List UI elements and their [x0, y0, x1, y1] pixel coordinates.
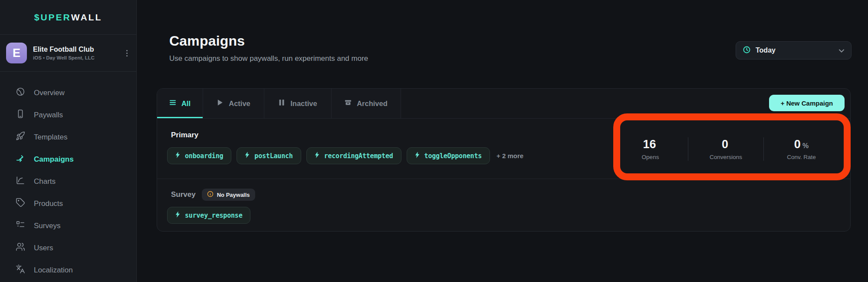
sidebar-item-label: Templates: [34, 133, 67, 142]
page-subtitle: Use campaigns to show paywalls, run expe…: [169, 54, 368, 63]
sidebar-item-users[interactable]: Users: [0, 237, 136, 259]
campaign-tabs: All Active Inactive Archived + New Campa…: [157, 89, 850, 119]
users-icon: [16, 242, 25, 254]
campaign-header: Survey No Paywalls: [171, 189, 255, 201]
stat-label: Opens: [613, 154, 688, 160]
event-tag[interactable]: recordingAttempted: [306, 147, 401, 164]
workspace-avatar: E: [6, 43, 27, 63]
sidebar-nav: Overview Paywalls Templates Campaigns Ch…: [0, 82, 136, 281]
campaign-row-survey[interactable]: Survey No Paywalls survey_response: [157, 179, 850, 231]
translate-icon: [16, 264, 25, 276]
stat-opens: 16 Opens: [613, 138, 688, 160]
lightning-icon: [245, 152, 250, 160]
list-icon: [169, 99, 176, 108]
play-icon: [217, 99, 224, 108]
line-chart-icon: [16, 176, 25, 187]
stat-conv-rate: 0% Conv. Rate: [764, 138, 839, 160]
tab-all[interactable]: All: [157, 89, 203, 118]
stat-value: 16: [643, 138, 656, 151]
sidebar-item-overview[interactable]: Overview: [0, 82, 136, 104]
more-tags-label[interactable]: + 2 more: [496, 152, 523, 159]
sidebar-item-label: Localization: [34, 266, 73, 275]
tab-label: All: [181, 100, 191, 108]
sidebar-item-templates[interactable]: Templates: [0, 126, 136, 148]
pause-icon: [278, 99, 285, 108]
workspace-info: Elite Football Club iOS • Day Well Spent…: [33, 46, 95, 60]
stat-label: Conv. Rate: [764, 154, 839, 160]
sidebar-item-label: Users: [34, 244, 53, 252]
workspace-name: Elite Football Club: [33, 46, 95, 53]
sidebar-item-localization[interactable]: Localization: [0, 259, 136, 281]
badge-label: No Paywalls: [217, 192, 250, 198]
date-range-dropdown[interactable]: Today: [736, 41, 852, 60]
tab-active[interactable]: Active: [203, 89, 264, 118]
tab-label: Archived: [357, 100, 388, 108]
logo-rest-text: WALL: [71, 12, 102, 23]
workspace-subtitle: iOS • Day Well Spent, LLC: [33, 55, 95, 60]
event-tag[interactable]: toggleOpponents: [407, 147, 490, 164]
info-icon: [207, 191, 214, 199]
sidebar-item-campaigns[interactable]: Campaigns: [0, 148, 136, 170]
chevron-down-icon: [839, 46, 844, 54]
workspace-switcher[interactable]: E Elite Football Club iOS • Day Well Spe…: [0, 35, 136, 72]
pie-chart-icon: [16, 87, 25, 99]
trigger-tag-list: survey_response: [167, 207, 250, 224]
stat-conversions: 0 Conversions: [688, 138, 763, 160]
tab-archived[interactable]: Archived: [332, 89, 401, 118]
sidebar-item-label: Charts: [34, 177, 56, 186]
sidebar-item-label: Products: [34, 199, 63, 208]
split-arrow-icon: [16, 153, 25, 165]
tab-label: Inactive: [290, 100, 317, 108]
event-tag[interactable]: postLaunch: [237, 147, 301, 164]
trigger-tag-list: onboarding postLaunch recordingAttempted…: [167, 147, 523, 164]
sidebar-item-products[interactable]: Products: [0, 192, 136, 215]
new-campaign-button[interactable]: + New Campaign: [769, 95, 845, 111]
lightning-icon: [175, 211, 180, 219]
logo-accent-text: $UPER: [34, 12, 71, 23]
sidebar-item-label: Campaigns: [34, 155, 74, 164]
tab-inactive[interactable]: Inactive: [264, 89, 332, 118]
stat-label: Conversions: [688, 154, 763, 160]
clock-icon: [743, 46, 750, 55]
sidebar-item-charts[interactable]: Charts: [0, 170, 136, 192]
lightning-icon: [315, 152, 319, 160]
smartphone-icon: [16, 109, 25, 121]
sidebar: $UPERWALL E Elite Football Club iOS • Da…: [0, 0, 137, 282]
campaign-name[interactable]: Primary: [171, 131, 198, 139]
stat-value: 0: [794, 138, 801, 151]
lightning-icon: [415, 152, 420, 160]
workspace-menu-icon[interactable]: [124, 47, 130, 59]
campaigns-card: All Active Inactive Archived + New Campa…: [157, 88, 851, 232]
event-tag[interactable]: survey_response: [167, 207, 250, 224]
sidebar-item-surveys[interactable]: Surveys: [0, 215, 136, 237]
checklist-icon: [16, 220, 25, 232]
archive-icon: [345, 99, 352, 108]
campaign-row-primary[interactable]: Primary onboarding postLaunch recordingA…: [157, 119, 850, 179]
superwall-logo: $UPERWALL: [0, 0, 136, 35]
sidebar-item-label: Overview: [34, 89, 65, 97]
no-paywalls-badge: No Paywalls: [202, 189, 255, 201]
page-header: Campaigns Use campaigns to show paywalls…: [169, 33, 368, 63]
sidebar-item-paywalls[interactable]: Paywalls: [0, 104, 136, 126]
tab-label: Active: [229, 100, 250, 108]
campaign-stats: 16 Opens 0 Conversions 0% Conv. Rate: [613, 119, 839, 179]
stat-value: 0: [722, 138, 728, 151]
date-range-value: Today: [756, 46, 776, 54]
sidebar-item-label: Paywalls: [34, 111, 63, 119]
stat-suffix: %: [802, 142, 809, 149]
event-tag[interactable]: onboarding: [167, 147, 231, 164]
rocket-icon: [16, 131, 25, 143]
avatar-initial: E: [13, 46, 20, 60]
lightning-icon: [175, 152, 180, 160]
page-title: Campaigns: [169, 33, 368, 49]
sidebar-item-label: Surveys: [34, 222, 60, 230]
tag-icon: [16, 198, 25, 209]
campaign-name[interactable]: Survey: [171, 190, 196, 199]
superwall-app: $UPERWALL E Elite Football Club iOS • Da…: [0, 0, 868, 282]
